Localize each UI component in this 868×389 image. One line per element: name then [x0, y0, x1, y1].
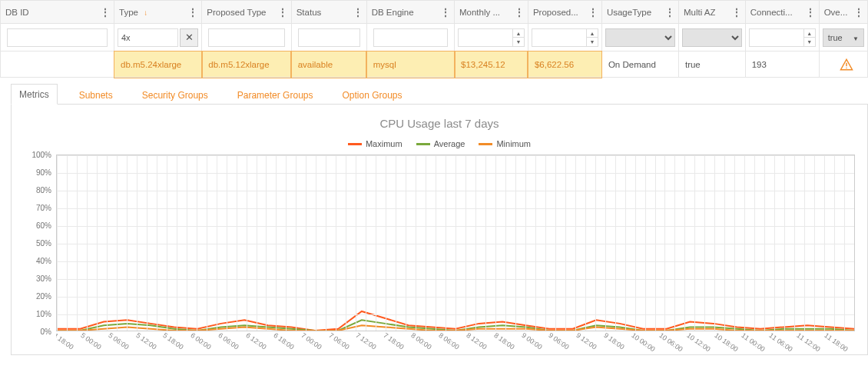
column-menu-icon[interactable] [353, 7, 362, 18]
tab-bar: MetricsSubnetsSecurity GroupsParameter G… [11, 84, 868, 105]
chart-legend: MaximumAverageMinimum [19, 139, 860, 148]
column-menu-icon[interactable] [441, 7, 449, 18]
filter-proposed-input[interactable] [532, 28, 587, 47]
chevron-down-icon [853, 33, 859, 42]
column-menu-icon[interactable] [854, 7, 863, 18]
warning-icon [826, 58, 867, 71]
legend-minimum[interactable]: Minimum [479, 139, 531, 148]
header-row: DB IDType ↓Proposed TypeStatusDB EngineM… [1, 1, 868, 24]
sort-desc-icon: ↓ [144, 8, 147, 17]
col-conn[interactable]: Connecti... [745, 1, 819, 24]
stepper-down-icon[interactable]: ▼ [804, 38, 815, 46]
stepper-up-icon[interactable]: ▲ [513, 29, 524, 38]
column-menu-icon[interactable] [806, 7, 814, 18]
data-grid: DB IDType ↓Proposed TypeStatusDB EngineM… [0, 0, 868, 78]
chart-title: CPU Usage last 7 days [19, 117, 860, 130]
filter-multiaz-select[interactable] [682, 28, 742, 47]
column-menu-icon[interactable] [588, 7, 597, 18]
col-over[interactable]: Ove... [819, 1, 867, 24]
col-usage[interactable]: UsageType [601, 1, 678, 24]
chart-plot [56, 155, 855, 331]
cell-over [819, 52, 867, 78]
column-menu-icon[interactable] [188, 7, 197, 18]
column-menu-icon[interactable] [665, 7, 674, 18]
column-menu-icon[interactable] [278, 7, 287, 18]
column-menu-icon[interactable] [101, 7, 109, 18]
filter-usage-select[interactable] [605, 28, 675, 47]
stepper-up-icon[interactable]: ▲ [804, 29, 815, 38]
tab-panel-metrics: CPU Usage last 7 days MaximumAverageMini… [11, 104, 868, 355]
filter-proposedType-input[interactable] [208, 28, 284, 47]
col-proposedType[interactable]: Proposed Type [202, 1, 291, 24]
col-engine[interactable]: DB Engine [366, 1, 454, 24]
stepper-up-icon[interactable]: ▲ [587, 29, 598, 38]
tab-parameter-groups[interactable]: Parameter Groups [230, 85, 321, 105]
tab-metrics[interactable]: Metrics [11, 84, 58, 105]
legend-average[interactable]: Average [416, 139, 465, 148]
tab-security-groups[interactable]: Security Groups [134, 85, 216, 105]
col-multiaz[interactable]: Multi AZ [678, 1, 745, 24]
stepper-down-icon[interactable]: ▼ [513, 38, 524, 46]
cell-status: available [291, 52, 366, 78]
tab-option-groups[interactable]: Option Groups [334, 85, 409, 105]
cell-multiaz: true [678, 52, 745, 78]
col-monthly[interactable]: Monthly ... [455, 1, 528, 24]
column-menu-icon[interactable] [732, 7, 740, 18]
filter-dbid-input[interactable] [7, 28, 108, 47]
cell-monthly: $13,245.12 [455, 52, 528, 78]
clear-filter-button[interactable]: ✕ [180, 28, 198, 47]
cell-conn: 193 [745, 52, 819, 78]
y-axis-labels: 0%10%20%30%40%50%60%70%80%90%100% [24, 155, 55, 351]
filter-status-input[interactable] [298, 28, 360, 47]
legend-maximum[interactable]: Maximum [348, 139, 403, 148]
col-status[interactable]: Status [291, 1, 366, 24]
x-axis-labels: 4 18:005 00:005 06:005 12:005 18:006 00:… [56, 331, 855, 351]
svg-point-1 [846, 67, 847, 68]
cell-dbid [1, 52, 114, 78]
cell-usage: On Demand [601, 52, 678, 78]
col-proposed[interactable]: Proposed... [528, 1, 601, 24]
col-type[interactable]: Type ↓ [114, 1, 202, 24]
cell-type: db.m5.24xlarge [114, 52, 202, 78]
col-dbid[interactable]: DB ID [1, 1, 114, 24]
table-row: db.m5.24xlargedb.m5.12xlargeavailablemys… [1, 52, 868, 78]
stepper-down-icon[interactable]: ▼ [587, 38, 598, 46]
filter-over-select[interactable]: true [823, 28, 864, 47]
filter-conn-input[interactable] [749, 28, 804, 47]
filter-monthly-input[interactable] [458, 28, 513, 47]
cell-proposedType: db.m5.12xlarge [202, 52, 291, 78]
cell-engine: mysql [366, 52, 454, 78]
filter-engine-input[interactable] [373, 28, 448, 47]
filter-type-input[interactable] [118, 28, 178, 47]
tab-subnets[interactable]: Subnets [71, 85, 121, 105]
column-menu-icon[interactable] [515, 7, 523, 18]
filter-row: ✕▲▼▲▼▲▼true [1, 24, 868, 52]
cell-proposed: $6,622.56 [528, 52, 601, 78]
